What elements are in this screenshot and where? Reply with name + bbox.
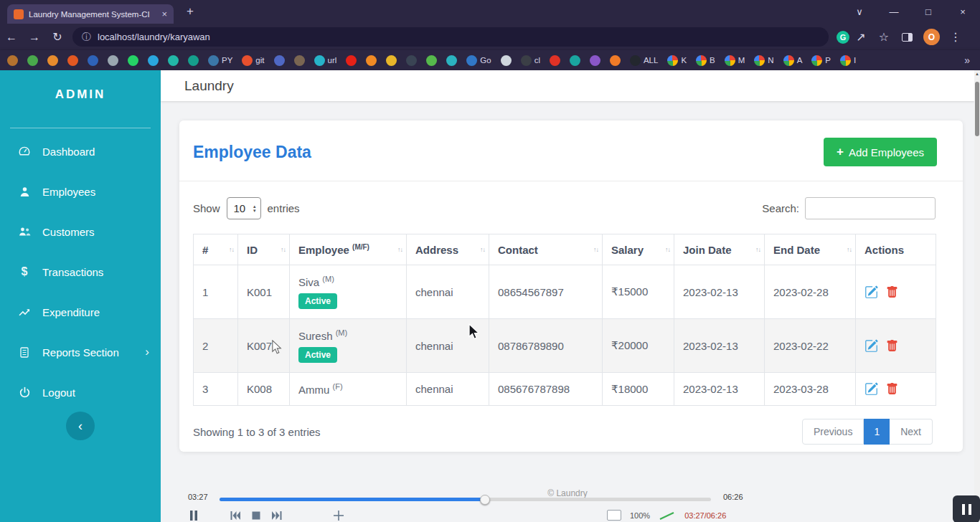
bookmark-item[interactable] <box>590 55 600 66</box>
delete-employee-button[interactable] <box>886 285 898 299</box>
bookmark-favicon <box>188 55 199 66</box>
bookmark-item[interactable] <box>88 55 98 66</box>
bookmark-item[interactable] <box>67 55 78 66</box>
address-bar[interactable]: ⓘ localhost/laundry/karyawan <box>72 27 829 47</box>
bookmark-item[interactable] <box>7 55 18 66</box>
skip-end-icon[interactable] <box>271 510 283 521</box>
header-id[interactable]: ID↑↓ <box>238 234 290 265</box>
page-scrollbar[interactable]: ▲ <box>974 70 980 522</box>
add-employees-button[interactable]: + Add Employees <box>824 138 937 166</box>
tab-list-icon[interactable]: ∨ <box>842 6 877 17</box>
back-button[interactable]: ← <box>0 31 23 44</box>
edit-employee-button[interactable] <box>864 285 878 299</box>
bookmark-item[interactable] <box>47 55 58 66</box>
sidebar-item-employees[interactable]: Employees <box>0 171 161 212</box>
window-maximize-button[interactable]: □ <box>911 6 946 17</box>
edit-employee-button[interactable] <box>864 382 878 396</box>
profile-avatar[interactable]: O <box>923 29 940 45</box>
player-progress-knob[interactable] <box>480 495 490 505</box>
bookmark-item[interactable] <box>188 55 199 66</box>
header-join-date[interactable]: Join Date↑↓ <box>674 234 765 265</box>
bookmark-item[interactable] <box>570 55 580 66</box>
sidebar-item-expenditure[interactable]: Expenditure <box>0 292 161 332</box>
bookmark-item[interactable]: N <box>754 55 773 66</box>
stop-icon[interactable] <box>251 510 261 521</box>
bookmark-item[interactable] <box>386 55 397 66</box>
bookmark-item[interactable]: P <box>811 55 831 66</box>
bookmark-item[interactable] <box>274 55 285 66</box>
bookmarks-overflow-icon[interactable]: » <box>958 54 973 66</box>
menu-kebab-icon[interactable]: ⋮ <box>944 30 967 44</box>
bookmark-item[interactable] <box>610 55 621 66</box>
bookmark-item[interactable] <box>426 55 437 66</box>
scrollbar-up-icon[interactable]: ▲ <box>974 72 980 76</box>
bookmark-item[interactable] <box>108 55 118 66</box>
site-info-icon[interactable]: ⓘ <box>82 31 91 44</box>
share-icon[interactable]: ↗ <box>849 30 872 44</box>
bookmark-item[interactable]: git <box>242 55 264 66</box>
bookmark-item[interactable]: I <box>840 55 856 66</box>
pause-icon[interactable] <box>188 510 199 521</box>
table-row: 2 K007 Suresh (M) Active chennai 0878678… <box>194 319 936 373</box>
recorder-pause-button[interactable] <box>953 495 980 522</box>
bookmark-item[interactable] <box>366 55 377 66</box>
pagination-next[interactable]: Next <box>890 419 933 445</box>
pagination-previous[interactable]: Previous <box>802 419 864 445</box>
skip-start-icon[interactable] <box>230 510 241 521</box>
header-end-date[interactable]: End Date↑↓ <box>765 234 856 265</box>
sidebar-item-dashboard[interactable]: Dashboard <box>0 131 161 171</box>
grammarly-extension-icon[interactable]: G <box>837 31 849 44</box>
bookmark-item[interactable] <box>294 55 305 66</box>
header-employee[interactable]: Employee (M/F)↑↓ <box>290 234 407 265</box>
bookmark-item[interactable] <box>406 55 417 66</box>
window-minimize-button[interactable]: — <box>877 6 911 17</box>
browser-tabstrip: Laundry Management System-CI × + ∨ — □ × <box>0 0 980 24</box>
delete-employee-button[interactable] <box>886 382 898 396</box>
bookmark-item[interactable] <box>168 55 179 66</box>
bookmark-item[interactable] <box>550 55 560 66</box>
bookmark-item[interactable]: PY <box>208 55 232 66</box>
bookmark-item[interactable]: ALL <box>630 55 658 66</box>
window-close-button[interactable]: × <box>946 6 980 17</box>
edit-employee-button[interactable] <box>864 339 878 353</box>
bookmark-item[interactable]: Go <box>466 55 491 66</box>
sidebar-item-transactions[interactable]: $ Transactions <box>0 252 161 292</box>
search-input[interactable] <box>805 197 936 219</box>
header-num[interactable]: #↑↓ <box>194 234 238 265</box>
player-progress-track[interactable] <box>220 498 711 501</box>
bookmark-item[interactable] <box>27 55 38 66</box>
header-salary[interactable]: Salary↑↓ <box>603 234 674 265</box>
bookmark-item[interactable] <box>346 55 357 66</box>
scrollbar-thumb[interactable] <box>975 82 979 136</box>
navbar-brand[interactable]: Laundry <box>184 78 234 94</box>
pen-icon[interactable] <box>659 511 676 521</box>
bookmark-item[interactable] <box>501 55 512 66</box>
bookmark-item[interactable]: url <box>314 55 337 66</box>
pagination-page-1[interactable]: 1 <box>864 419 890 445</box>
bookmark-star-icon[interactable]: ☆ <box>872 30 895 44</box>
sidebar-item-logout[interactable]: Logout <box>0 372 161 412</box>
delete-employee-button[interactable] <box>886 339 898 353</box>
bookmark-item[interactable]: cl <box>521 55 540 66</box>
header-address[interactable]: Address↑↓ <box>407 234 489 265</box>
zoom-select[interactable] <box>607 510 621 521</box>
forward-button[interactable]: → <box>23 31 46 44</box>
reload-button[interactable]: ↻ <box>46 30 69 44</box>
bookmark-item[interactable] <box>128 55 138 66</box>
sidebar-item-reports[interactable]: Reports Section › <box>0 332 161 372</box>
sidebar-collapse-button[interactable]: ‹ <box>66 412 95 440</box>
bookmark-item[interactable]: K <box>667 55 687 66</box>
tab-close-icon[interactable]: × <box>161 9 167 19</box>
browser-tab[interactable]: Laundry Management System-CI × <box>7 4 174 24</box>
sidebar-item-customers[interactable]: Customers <box>0 212 161 252</box>
bookmark-item[interactable] <box>446 55 457 66</box>
move-crosshair-icon[interactable] <box>333 510 344 521</box>
side-panel-icon[interactable] <box>902 33 913 42</box>
bookmark-item[interactable]: A <box>783 55 803 66</box>
bookmark-item[interactable]: B <box>696 55 715 66</box>
page-length-select[interactable]: 10 ▴▾ <box>227 197 261 219</box>
bookmark-item[interactable] <box>148 55 159 66</box>
new-tab-button[interactable]: + <box>187 4 194 19</box>
header-contact[interactable]: Contact↑↓ <box>489 234 603 265</box>
bookmark-item[interactable]: M <box>725 55 745 66</box>
